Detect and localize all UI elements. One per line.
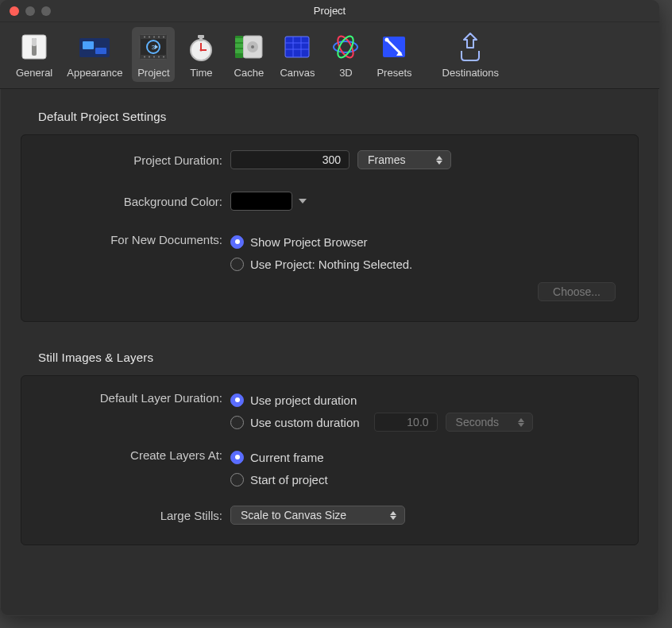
radio-label: Use Project: Nothing Selected.	[250, 258, 412, 271]
radio-use-project-duration[interactable]	[230, 393, 244, 407]
radio-label: Use custom duration	[250, 416, 360, 429]
label-default-layer-duration: Default Layer Duration:	[36, 389, 230, 405]
svg-point-12	[158, 37, 160, 38]
zoom-icon[interactable]	[41, 6, 51, 16]
general-icon	[17, 30, 51, 64]
toolbar: General Appearance	[0, 22, 659, 89]
svg-point-17	[158, 56, 160, 58]
svg-point-16	[153, 56, 155, 58]
radio-show-project-browser[interactable]	[230, 235, 244, 249]
tab-time[interactable]: Time	[180, 27, 222, 82]
radio-label: Use project duration	[250, 393, 357, 407]
svg-point-46	[385, 38, 389, 42]
tab-project[interactable]: 3 Project	[132, 27, 175, 82]
row-background-color: Background Color:	[36, 189, 624, 213]
tab-label: Canvas	[280, 67, 315, 79]
svg-point-10	[149, 37, 150, 38]
destinations-icon	[454, 30, 487, 64]
radio-start-of-project[interactable]	[230, 473, 244, 487]
label-project-duration: Project Duration:	[36, 153, 230, 167]
canvas-icon	[280, 30, 314, 64]
svg-rect-5	[95, 48, 106, 54]
svg-point-15	[149, 56, 150, 58]
select-value: Scale to Canvas Size	[241, 509, 346, 521]
row-project-duration: Project Duration: Frames	[36, 148, 624, 172]
row-choose: Choose...	[36, 280, 624, 304]
svg-point-18	[163, 56, 164, 58]
close-icon[interactable]	[10, 6, 19, 16]
custom-duration-field[interactable]	[374, 413, 438, 432]
svg-rect-4	[83, 41, 94, 49]
time-icon	[184, 30, 218, 64]
content-area: Default Project Settings Project Duratio…	[0, 89, 659, 561]
presets-icon	[377, 30, 411, 64]
panel-default-project: Project Duration: Frames Background Colo…	[21, 134, 639, 322]
project-icon: 3	[137, 30, 170, 64]
tab-general[interactable]: General	[11, 27, 57, 82]
radio-use-project[interactable]	[230, 258, 244, 271]
chevron-updown-icon	[388, 511, 398, 520]
appearance-icon	[78, 30, 111, 64]
svg-rect-35	[285, 37, 309, 57]
section-title-default-project: Default Project Settings	[38, 110, 639, 123]
project-duration-unit-select[interactable]: Frames	[357, 150, 451, 169]
large-stills-select[interactable]: Scale to Canvas Size	[230, 506, 405, 525]
radio-label: Current frame	[250, 451, 324, 464]
tab-label: Time	[190, 67, 212, 79]
row-default-layer-duration: Default Layer Duration: Use project dura…	[36, 389, 624, 433]
tab-label: General	[16, 67, 52, 79]
cache-icon	[232, 30, 265, 64]
tab-presets[interactable]: Presets	[372, 27, 416, 82]
label-new-documents: For New Documents:	[36, 231, 230, 246]
tab-appearance[interactable]: Appearance	[62, 27, 127, 82]
label-create-layers-at: Create Layers At:	[36, 446, 230, 462]
choose-button[interactable]: Choose...	[538, 282, 616, 301]
custom-duration-unit-select[interactable]: Seconds	[446, 413, 533, 432]
tab-label: Project	[137, 67, 169, 79]
row-new-documents: For New Documents: Show Project Browser …	[36, 231, 624, 275]
window-title: Project	[0, 5, 659, 17]
preferences-window: Project General Appearance	[0, 0, 659, 616]
tab-label: Cache	[234, 67, 265, 79]
tab-cache[interactable]: Cache	[227, 27, 270, 82]
svg-point-40	[334, 41, 357, 52]
3d-icon	[329, 30, 362, 64]
chevron-down-icon[interactable]	[297, 196, 308, 207]
panel-stills: Default Layer Duration: Use project dura…	[21, 375, 639, 545]
button-label: Choose...	[553, 285, 601, 298]
window-controls	[0, 6, 51, 16]
section-title-stills: Still Images & Layers	[38, 351, 639, 364]
select-value: Frames	[368, 153, 405, 166]
tab-label: Destinations	[442, 67, 500, 79]
minimize-icon[interactable]	[25, 6, 35, 16]
svg-rect-23	[198, 35, 204, 38]
tab-3d[interactable]: 3D	[324, 27, 367, 82]
radio-use-custom-duration[interactable]	[230, 416, 244, 429]
svg-point-14	[144, 56, 145, 58]
svg-rect-34	[235, 49, 243, 53]
radio-label: Show Project Browser	[250, 235, 368, 249]
svg-point-30	[251, 45, 254, 48]
label-background-color: Background Color:	[36, 195, 230, 208]
svg-point-27	[200, 49, 203, 52]
tab-destinations[interactable]: Destinations	[438, 27, 504, 82]
radio-label: Start of project	[250, 473, 328, 487]
tab-label: Appearance	[67, 67, 122, 79]
svg-point-9	[144, 37, 145, 38]
background-color-well[interactable]	[230, 192, 292, 211]
label-large-stills: Large Stills:	[36, 509, 230, 522]
chevron-updown-icon	[516, 418, 526, 427]
row-create-layers-at: Create Layers At: Current frame Start of…	[36, 446, 624, 490]
chevron-updown-icon	[434, 156, 444, 165]
tab-label: Presets	[377, 67, 411, 79]
project-duration-field[interactable]	[230, 150, 350, 169]
svg-point-13	[163, 37, 164, 38]
radio-current-frame[interactable]	[230, 451, 244, 464]
svg-rect-33	[235, 44, 243, 48]
row-large-stills: Large Stills: Scale to Canvas Size	[36, 503, 624, 527]
tab-canvas[interactable]: Canvas	[275, 27, 319, 82]
svg-rect-32	[235, 38, 243, 42]
tab-label: 3D	[339, 67, 353, 79]
svg-point-11	[153, 37, 155, 38]
titlebar: Project	[0, 0, 659, 22]
